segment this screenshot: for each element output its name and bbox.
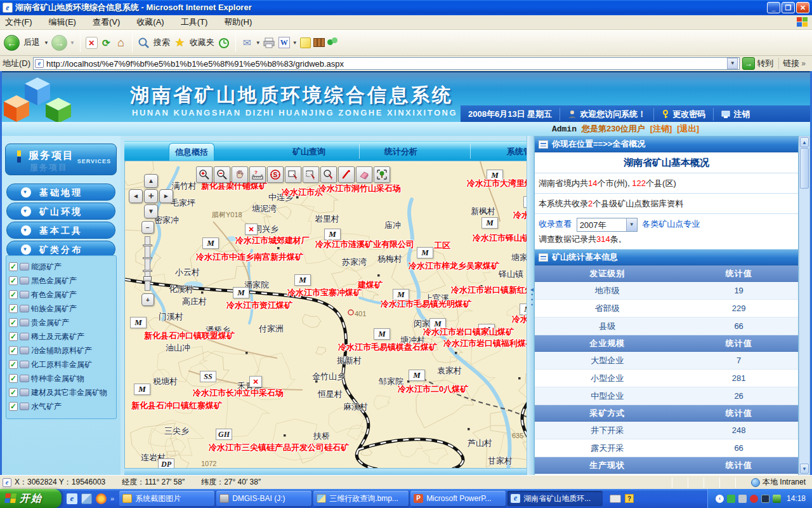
scroll-up-icon[interactable]: ▲ — [800, 137, 809, 147]
sidebar-item-2[interactable]: ▼基本工具 — [6, 222, 115, 239]
layer-item[interactable]: ✓水气矿产 — [9, 399, 114, 413]
layer-checkbox[interactable]: ✓ — [9, 346, 18, 355]
favorites-icon[interactable]: ★ — [174, 37, 186, 49]
quicklaunch-more-icon[interactable]: » — [110, 495, 114, 502]
tab-信息概括[interactable]: 信息概括 — [169, 143, 214, 161]
tray-volume-icon[interactable] — [738, 495, 747, 503]
layer-item[interactable]: ✓建材及其它非金属矿物 — [9, 385, 114, 399]
layer-checkbox[interactable]: ✓ — [9, 388, 18, 397]
layer-checkbox[interactable]: ✓ — [9, 304, 18, 313]
mine-marker[interactable]: M — [294, 274, 311, 286]
forward-dropdown-icon[interactable]: ▼ — [70, 40, 75, 46]
mine-marker[interactable]: M — [374, 328, 390, 340]
word-edit-icon[interactable]: W — [278, 37, 290, 48]
mine-marker[interactable]: M — [233, 287, 249, 298]
rect-zoom-icon[interactable] — [285, 166, 301, 183]
mine-marker[interactable]: M — [481, 217, 498, 229]
site-marker[interactable]: DP — [158, 458, 174, 469]
mine-label[interactable]: 冷水江市城郊建材厂 — [235, 235, 310, 246]
mine-label[interactable]: 冷水江市毛易镇棋盘石煤矿 — [338, 342, 437, 353]
year-select[interactable]: 2007年 ▼ — [577, 218, 638, 232]
address-url[interactable]: http://localhost/%e7%9f%bf%e5%b1%b1%e5%8… — [46, 59, 344, 69]
zoom-out-button[interactable]: − — [141, 221, 154, 234]
search-icon[interactable] — [138, 37, 150, 49]
layer-checkbox[interactable]: ✓ — [9, 374, 18, 383]
home-icon[interactable]: ⌂ — [115, 37, 127, 49]
menu-item[interactable]: 编辑(E) — [49, 17, 76, 28]
zoom-in-button[interactable]: + — [141, 293, 154, 306]
quicklaunch-ie-icon[interactable]: e — [67, 493, 77, 504]
mine-label[interactable]: 冷水江市永 — [282, 187, 323, 198]
pan-icon[interactable] — [232, 166, 248, 183]
messenger-icon[interactable] — [327, 37, 339, 48]
tab-统计分析[interactable]: 统计分析 — [384, 146, 417, 157]
mail-icon[interactable]: ✉ — [241, 37, 253, 49]
layer-item[interactable]: ✓稀土及元素矿产 — [9, 330, 114, 344]
search-label[interactable]: 搜索 — [154, 37, 170, 48]
logout-link[interactable]: [注销] — [650, 123, 672, 135]
circle-select-icon[interactable] — [320, 166, 337, 183]
layer-item[interactable]: ✓化工原料非金属矿 — [9, 358, 114, 371]
mine-marker[interactable]: M — [202, 237, 219, 249]
mine-label[interactable]: 冷水江市长冲立中采石场 — [193, 387, 284, 399]
mine-marker[interactable]: M — [134, 384, 150, 395]
menu-item[interactable]: 收藏(A) — [136, 17, 164, 28]
zoom-slider[interactable] — [145, 236, 150, 291]
mine-marker[interactable]: M — [409, 370, 425, 381]
tray-security-icon[interactable] — [750, 495, 758, 503]
layer-checkbox[interactable]: ✓ — [9, 262, 18, 271]
help-icon[interactable]: ? — [625, 494, 634, 503]
mine-marker[interactable]: M — [417, 247, 433, 258]
back-dropdown-icon[interactable]: ▼ — [44, 40, 49, 46]
pan-right-button[interactable]: ► — [159, 189, 173, 203]
mine-label[interactable]: 冷水江市中连乡南宫新井煤矿 — [196, 251, 303, 263]
layer-item[interactable]: ✓有色金属矿产 — [9, 288, 114, 302]
mine-label[interactable]: 冷水江市梓龙乡吴家煤矿 — [409, 260, 499, 272]
logout-button[interactable]: 注销 — [714, 108, 757, 121]
quicklaunch-media-icon[interactable] — [96, 493, 107, 504]
rect-select-icon[interactable] — [303, 166, 319, 183]
zoom-slider-thumb[interactable] — [143, 276, 152, 281]
mine-label[interactable]: 冷水江市毛易镇光明煤矿 — [381, 298, 471, 310]
mine-label[interactable]: 新化县石冲口镇联盟煤矿 — [144, 330, 235, 342]
pan-center-button[interactable]: ✛ — [144, 189, 158, 203]
mine-label[interactable]: 新化县石冲口镇红寨煤矿 — [131, 400, 222, 411]
scale-icon[interactable]: S — [267, 166, 284, 183]
pan-down-button[interactable]: ▼ — [144, 204, 158, 218]
mine-label[interactable]: 冷水江市岩口镇福利煤矿 — [443, 338, 534, 349]
layer-item[interactable]: ✓黑色金属矿产 — [9, 274, 114, 288]
input-method-icon[interactable] — [610, 495, 621, 503]
mine-marker[interactable]: M — [130, 317, 147, 328]
full-extent-icon[interactable] — [374, 166, 390, 183]
mine-label[interactable]: 建煤矿 — [358, 279, 383, 291]
measure-icon[interactable]: ? — [249, 166, 266, 183]
scroll-down-icon[interactable]: ▼ — [800, 464, 809, 474]
pan-left-button[interactable]: ◄ — [129, 189, 143, 203]
site-marker[interactable]: GH — [216, 429, 232, 440]
exit-link[interactable]: [退出] — [677, 123, 699, 135]
tray-display-icon[interactable] — [761, 495, 769, 503]
address-input[interactable]: e http://localhost/%e7%9f%bf%e5%b1%b1%e5… — [33, 57, 740, 70]
mine-label[interactable]: 冷水江市宝寨冲煤矿 — [287, 287, 362, 298]
mine-label[interactable]: 冷水江市二0八煤矿 — [398, 384, 468, 395]
start-button[interactable]: 开始 — [0, 489, 62, 508]
back-label[interactable]: 后退 — [23, 37, 40, 48]
taskbar-task[interactable]: 系统截图图片 — [119, 491, 214, 506]
tray-app-icon[interactable] — [727, 495, 735, 503]
history-icon[interactable] — [218, 37, 230, 49]
forward-icon[interactable]: → — [51, 35, 67, 51]
sidebar-item-0[interactable]: ▼基础地理 — [6, 184, 115, 201]
mine-label[interactable]: 冷水江市岩口镇家山煤矿 — [423, 326, 514, 338]
eraser-icon[interactable] — [356, 166, 372, 183]
tray-collapse-icon[interactable]: ‹ — [716, 495, 724, 503]
layer-checkbox[interactable]: ✓ — [9, 332, 18, 341]
layer-checkbox[interactable]: ✓ — [9, 360, 18, 369]
menu-item[interactable]: 工具(T) — [181, 17, 208, 28]
back-icon[interactable]: ← — [4, 35, 20, 51]
mine-label[interactable]: 冷水江市三尖镇硅产品开发公司硅石矿 — [209, 442, 349, 453]
sidebar-item-1[interactable]: ▼矿山环境 — [6, 203, 115, 220]
menu-item[interactable]: 文件(F) — [5, 17, 32, 28]
taskbar-task[interactable]: PMicrosoft PowerP... — [410, 491, 506, 506]
layer-item[interactable]: ✓特种非金属矿物 — [9, 371, 114, 385]
menu-item[interactable]: 帮助(H) — [224, 17, 252, 28]
